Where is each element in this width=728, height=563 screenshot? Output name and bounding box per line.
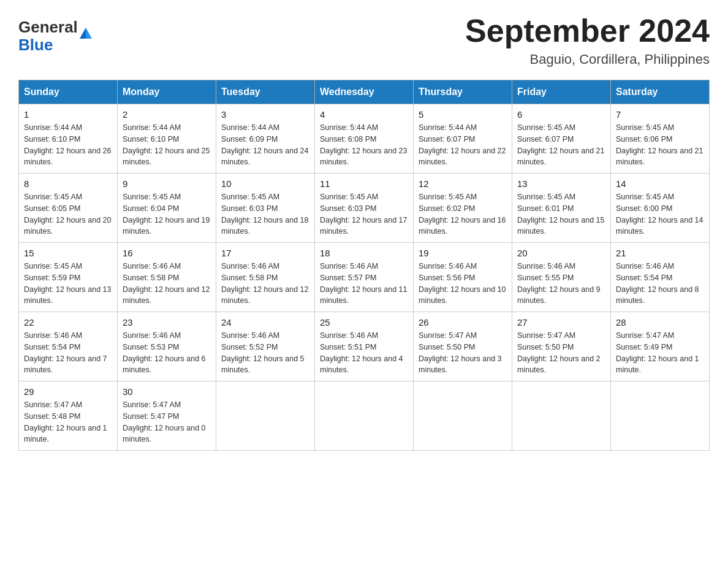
calendar-table: Sunday Monday Tuesday Wednesday Thursday… [18, 80, 710, 451]
day-number: 15 [24, 248, 112, 258]
col-header-saturday: Saturday [611, 80, 710, 104]
day-info: Sunrise: 5:45 AMSunset: 6:06 PMDaylight:… [616, 122, 704, 168]
table-row [315, 381, 414, 451]
table-row: 20Sunrise: 5:46 AMSunset: 5:55 PMDayligh… [512, 243, 611, 312]
table-row: 21Sunrise: 5:46 AMSunset: 5:54 PMDayligh… [611, 243, 710, 312]
day-number: 26 [419, 317, 507, 327]
calendar-week-row: 29Sunrise: 5:47 AMSunset: 5:48 PMDayligh… [19, 381, 710, 451]
day-number: 24 [221, 317, 309, 327]
table-row: 17Sunrise: 5:46 AMSunset: 5:58 PMDayligh… [216, 243, 315, 312]
table-row [512, 381, 611, 451]
table-row: 23Sunrise: 5:46 AMSunset: 5:53 PMDayligh… [118, 312, 216, 381]
day-number: 13 [517, 178, 605, 189]
title-area: September 2024 Baguio, Cordillera, Phili… [465, 12, 710, 67]
table-row: 29Sunrise: 5:47 AMSunset: 5:48 PMDayligh… [19, 381, 118, 451]
calendar-week-row: 22Sunrise: 5:46 AMSunset: 5:54 PMDayligh… [19, 312, 710, 381]
day-info: Sunrise: 5:44 AMSunset: 6:09 PMDaylight:… [221, 122, 309, 168]
day-info: Sunrise: 5:47 AMSunset: 5:49 PMDaylight:… [616, 330, 704, 376]
day-number: 18 [320, 248, 408, 258]
day-number: 8 [24, 178, 112, 189]
day-number: 3 [221, 109, 309, 120]
table-row: 8Sunrise: 5:45 AMSunset: 6:05 PMDaylight… [19, 174, 118, 243]
day-info: Sunrise: 5:46 AMSunset: 5:52 PMDaylight:… [221, 330, 309, 376]
calendar-header-row: Sunday Monday Tuesday Wednesday Thursday… [19, 80, 710, 104]
col-header-friday: Friday [512, 80, 611, 104]
table-row: 10Sunrise: 5:45 AMSunset: 6:03 PMDayligh… [216, 174, 315, 243]
table-row: 28Sunrise: 5:47 AMSunset: 5:49 PMDayligh… [611, 312, 710, 381]
day-number: 2 [123, 109, 211, 120]
table-row: 6Sunrise: 5:45 AMSunset: 6:07 PMDaylight… [512, 104, 611, 174]
table-row: 1Sunrise: 5:44 AMSunset: 6:10 PMDaylight… [19, 104, 118, 174]
table-row: 16Sunrise: 5:46 AMSunset: 5:58 PMDayligh… [118, 243, 216, 312]
table-row: 11Sunrise: 5:45 AMSunset: 6:03 PMDayligh… [315, 174, 414, 243]
day-info: Sunrise: 5:45 AMSunset: 6:00 PMDaylight:… [616, 191, 704, 237]
day-info: Sunrise: 5:45 AMSunset: 6:04 PMDaylight:… [123, 191, 211, 237]
table-row: 18Sunrise: 5:46 AMSunset: 5:57 PMDayligh… [315, 243, 414, 312]
day-number: 21 [616, 248, 704, 258]
day-number: 6 [517, 109, 605, 120]
table-row: 12Sunrise: 5:45 AMSunset: 6:02 PMDayligh… [414, 174, 512, 243]
day-number: 7 [616, 109, 704, 120]
table-row: 2Sunrise: 5:44 AMSunset: 6:10 PMDaylight… [118, 104, 216, 174]
day-info: Sunrise: 5:47 AMSunset: 5:48 PMDaylight:… [24, 399, 112, 445]
table-row: 15Sunrise: 5:45 AMSunset: 5:59 PMDayligh… [19, 243, 118, 312]
table-row: 22Sunrise: 5:46 AMSunset: 5:54 PMDayligh… [19, 312, 118, 381]
day-number: 12 [419, 178, 507, 189]
calendar-week-row: 1Sunrise: 5:44 AMSunset: 6:10 PMDaylight… [19, 104, 710, 174]
day-number: 1 [24, 109, 112, 120]
table-row: 7Sunrise: 5:45 AMSunset: 6:06 PMDaylight… [611, 104, 710, 174]
table-row: 19Sunrise: 5:46 AMSunset: 5:56 PMDayligh… [414, 243, 512, 312]
table-row: 14Sunrise: 5:45 AMSunset: 6:00 PMDayligh… [611, 174, 710, 243]
calendar-week-row: 8Sunrise: 5:45 AMSunset: 6:05 PMDaylight… [19, 174, 710, 243]
day-info: Sunrise: 5:46 AMSunset: 5:51 PMDaylight:… [320, 330, 408, 376]
calendar-title: September 2024 [465, 12, 710, 49]
day-info: Sunrise: 5:44 AMSunset: 6:08 PMDaylight:… [320, 122, 408, 168]
day-number: 28 [616, 317, 704, 327]
day-info: Sunrise: 5:46 AMSunset: 5:55 PMDaylight:… [517, 261, 605, 307]
day-number: 10 [221, 178, 309, 189]
day-info: Sunrise: 5:47 AMSunset: 5:50 PMDaylight:… [419, 330, 507, 376]
day-info: Sunrise: 5:44 AMSunset: 6:10 PMDaylight:… [24, 122, 112, 168]
day-info: Sunrise: 5:46 AMSunset: 5:58 PMDaylight:… [221, 261, 309, 307]
col-header-sunday: Sunday [19, 80, 118, 104]
day-number: 29 [24, 386, 112, 397]
day-number: 4 [320, 109, 408, 120]
day-number: 22 [24, 317, 112, 327]
day-number: 25 [320, 317, 408, 327]
col-header-monday: Monday [118, 80, 216, 104]
day-info: Sunrise: 5:45 AMSunset: 6:02 PMDaylight:… [419, 191, 507, 237]
logo-text-general: General [18, 18, 78, 36]
day-number: 20 [517, 248, 605, 258]
day-info: Sunrise: 5:45 AMSunset: 6:03 PMDaylight:… [320, 191, 408, 237]
calendar-week-row: 15Sunrise: 5:45 AMSunset: 5:59 PMDayligh… [19, 243, 710, 312]
day-info: Sunrise: 5:45 AMSunset: 6:05 PMDaylight:… [24, 191, 112, 237]
col-header-tuesday: Tuesday [216, 80, 315, 104]
day-info: Sunrise: 5:46 AMSunset: 5:54 PMDaylight:… [616, 261, 704, 307]
day-number: 27 [517, 317, 605, 327]
day-info: Sunrise: 5:47 AMSunset: 5:47 PMDaylight:… [123, 399, 211, 445]
logo: General Blue [18, 18, 80, 53]
table-row: 27Sunrise: 5:47 AMSunset: 5:50 PMDayligh… [512, 312, 611, 381]
day-number: 30 [123, 386, 211, 397]
table-row: 13Sunrise: 5:45 AMSunset: 6:01 PMDayligh… [512, 174, 611, 243]
table-row: 4Sunrise: 5:44 AMSunset: 6:08 PMDaylight… [315, 104, 414, 174]
day-info: Sunrise: 5:46 AMSunset: 5:53 PMDaylight:… [123, 330, 211, 376]
day-info: Sunrise: 5:46 AMSunset: 5:58 PMDaylight:… [123, 261, 211, 307]
day-info: Sunrise: 5:46 AMSunset: 5:56 PMDaylight:… [419, 261, 507, 307]
page-header: General Blue September 2024 Baguio, Cord… [18, 12, 710, 67]
day-number: 9 [123, 178, 211, 189]
col-header-thursday: Thursday [414, 80, 512, 104]
col-header-wednesday: Wednesday [315, 80, 414, 104]
day-number: 11 [320, 178, 408, 189]
table-row [414, 381, 512, 451]
day-info: Sunrise: 5:46 AMSunset: 5:54 PMDaylight:… [24, 330, 112, 376]
table-row: 25Sunrise: 5:46 AMSunset: 5:51 PMDayligh… [315, 312, 414, 381]
table-row [216, 381, 315, 451]
table-row: 9Sunrise: 5:45 AMSunset: 6:04 PMDaylight… [118, 174, 216, 243]
day-number: 5 [419, 109, 507, 120]
day-info: Sunrise: 5:45 AMSunset: 6:07 PMDaylight:… [517, 122, 605, 168]
day-info: Sunrise: 5:46 AMSunset: 5:57 PMDaylight:… [320, 261, 408, 307]
table-row: 30Sunrise: 5:47 AMSunset: 5:47 PMDayligh… [118, 381, 216, 451]
table-row: 24Sunrise: 5:46 AMSunset: 5:52 PMDayligh… [216, 312, 315, 381]
day-number: 19 [419, 248, 507, 258]
